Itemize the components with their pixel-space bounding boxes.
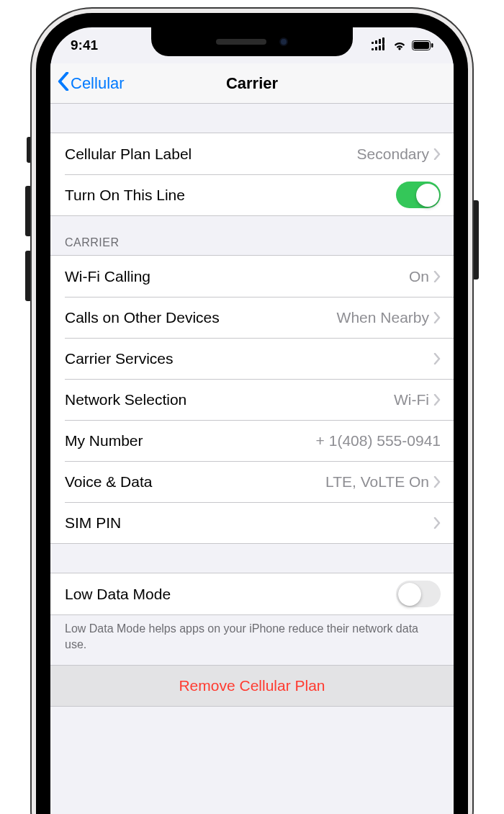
page-title: Carrier [226, 74, 278, 93]
network-selection-row[interactable]: Network Selection Wi-Fi [50, 379, 454, 420]
front-camera [279, 37, 288, 46]
row-value: On [409, 268, 429, 285]
chevron-right-icon [433, 148, 441, 160]
row-label: SIM PIN [65, 514, 429, 532]
back-label: Cellular [71, 74, 125, 93]
navigation-bar: Cellular Carrier [50, 63, 454, 104]
back-button[interactable]: Cellular [58, 63, 125, 103]
chevron-right-icon [433, 394, 441, 406]
row-label: Voice & Data [65, 473, 325, 491]
plan-group: Cellular Plan Label Secondary Turn On Th… [50, 133, 454, 216]
screen: 9:41 [50, 27, 454, 814]
svg-rect-4 [372, 48, 374, 50]
chevron-left-icon [58, 72, 69, 95]
svg-rect-7 [382, 44, 384, 50]
battery-icon [412, 40, 433, 50]
row-value: Wi-Fi [394, 391, 429, 408]
wifi-icon [392, 40, 407, 51]
svg-rect-2 [379, 39, 381, 44]
calls-other-devices-row[interactable]: Calls on Other Devices When Nearby [50, 297, 454, 338]
row-label: Low Data Mode [65, 586, 396, 603]
low-data-mode-toggle[interactable] [396, 581, 441, 607]
status-time: 9:41 [71, 37, 98, 53]
remove-label: Remove Cellular Plan [179, 677, 325, 694]
row-label: Network Selection [65, 391, 394, 408]
svg-rect-6 [379, 45, 381, 50]
svg-rect-10 [431, 43, 433, 48]
cellular-signal-icon [372, 37, 387, 54]
row-value: + 1(408) 555-0941 [316, 432, 441, 450]
remove-cellular-plan-button[interactable]: Remove Cellular Plan [50, 665, 454, 707]
earpiece-speaker [216, 39, 266, 45]
svg-rect-5 [375, 47, 377, 50]
chevron-right-icon [433, 271, 441, 282]
chevron-right-icon [433, 312, 441, 323]
carrier-group: Wi-Fi Calling On Calls on Other Devices … [50, 255, 454, 544]
sim-pin-row[interactable]: SIM PIN [50, 502, 454, 543]
voice-data-row[interactable]: Voice & Data LTE, VoLTE On [50, 461, 454, 502]
low-data-mode-row: Low Data Mode [50, 573, 454, 614]
row-label: Carrier Services [65, 350, 429, 367]
turn-on-line-row: Turn On This Line [50, 174, 454, 215]
svg-rect-0 [372, 42, 374, 44]
svg-rect-1 [375, 40, 377, 44]
notch [151, 27, 353, 56]
low-data-group: Low Data Mode [50, 573, 454, 615]
row-label: Cellular Plan Label [65, 146, 357, 163]
my-number-row: My Number + 1(408) 555-0941 [50, 420, 454, 461]
svg-rect-9 [413, 42, 429, 49]
row-value: Secondary [357, 146, 429, 163]
row-label: Wi-Fi Calling [65, 268, 409, 285]
row-value: When Nearby [337, 309, 429, 326]
row-value: LTE, VoLTE On [325, 473, 429, 491]
chevron-right-icon [433, 517, 441, 529]
carrier-section-header: CARRIER [50, 216, 454, 255]
low-data-footer: Low Data Mode helps apps on your iPhone … [50, 615, 454, 665]
row-label: Calls on Other Devices [65, 309, 337, 326]
chevron-right-icon [433, 353, 441, 364]
cellular-plan-label-row[interactable]: Cellular Plan Label Secondary [50, 133, 454, 174]
chevron-right-icon [433, 476, 441, 488]
row-label: Turn On This Line [65, 187, 396, 204]
carrier-services-row[interactable]: Carrier Services [50, 338, 454, 379]
row-label: My Number [65, 432, 316, 450]
turn-on-line-toggle[interactable] [396, 182, 441, 208]
svg-rect-3 [382, 37, 384, 44]
wifi-calling-row[interactable]: Wi-Fi Calling On [50, 256, 454, 297]
